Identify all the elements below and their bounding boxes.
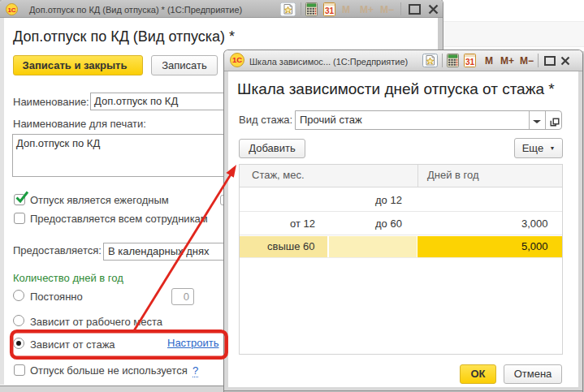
svg-text:31: 31 <box>465 58 475 67</box>
svg-text:31: 31 <box>325 6 335 15</box>
svg-text:1C: 1C <box>232 55 242 64</box>
svg-text:1C: 1C <box>7 6 15 14</box>
